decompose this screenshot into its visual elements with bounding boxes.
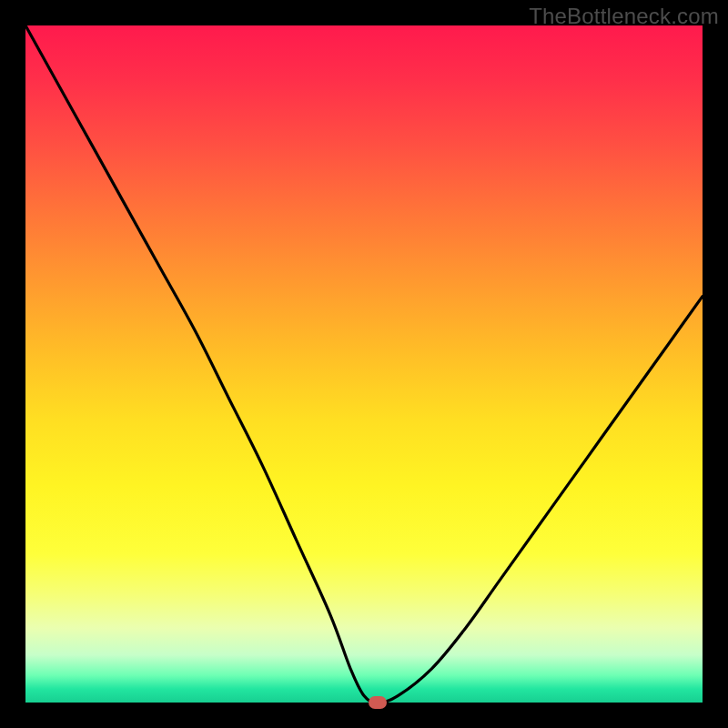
optimal-marker — [369, 696, 387, 709]
watermark-text: TheBottleneck.com — [529, 4, 719, 29]
chart-frame: TheBottleneck.com — [0, 0, 728, 728]
bottleneck-curve-svg — [25, 25, 703, 703]
bottleneck-curve-path — [25, 25, 703, 703]
